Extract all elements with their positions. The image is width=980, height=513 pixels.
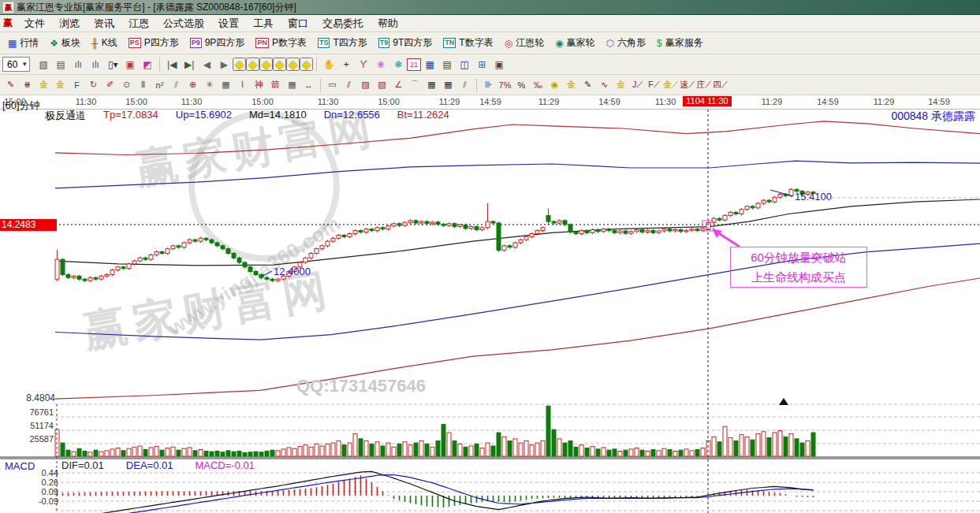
nav-last-icon[interactable]: ▶| xyxy=(181,57,198,72)
print-icon[interactable]: ▣ xyxy=(490,57,508,72)
toolbar-p-number-table-button[interactable]: PNP数字表 xyxy=(250,35,312,51)
j-line-tool[interactable]: J⟋ xyxy=(629,77,646,92)
toolbar-gann-wheel-button[interactable]: ◎江恩轮 xyxy=(499,35,550,51)
toolbar-t9-square-button[interactable]: T99T四方形 xyxy=(373,35,438,51)
gold-line2-tool[interactable]: 金 xyxy=(613,77,629,92)
buy-point-annotation[interactable]: 60分钟放量突破站 上生命线构成买点 xyxy=(730,247,867,288)
toolbar-hexagon-button[interactable]: ⬡六角形 xyxy=(601,35,651,51)
nav-next-icon[interactable]: ▶ xyxy=(215,57,233,72)
grid-box-tool[interactable]: ▦ xyxy=(218,77,234,92)
menu-item-window[interactable]: 窗口 xyxy=(281,17,315,31)
save-icon[interactable]: ◫ xyxy=(456,57,473,72)
pen-tool[interactable]: ✎ xyxy=(2,77,19,92)
toolbar-market-quotes-button[interactable]: ▦行情 xyxy=(2,35,44,51)
nav-prev-icon[interactable]: ◀ xyxy=(198,57,215,72)
menu-item-help[interactable]: 帮助 xyxy=(371,17,405,31)
mode-d-icon[interactable]: ılı xyxy=(87,57,104,72)
toolbar-p9-square-button[interactable]: P99P四方形 xyxy=(184,35,251,51)
f-line-tool[interactable]: F⟋ xyxy=(646,77,662,92)
menu-item-settings[interactable]: 设置 xyxy=(211,17,246,31)
shape-cyan-icon[interactable]: ❃ xyxy=(389,57,407,72)
titlebar[interactable]: 赢 赢家江恩专业版[赢家服务平台] - [承德露露 SZ000848-167[6… xyxy=(0,0,980,15)
grid-123-tool[interactable]: ▦ xyxy=(284,77,300,92)
slash-tool[interactable]: ⫽ xyxy=(456,77,473,92)
shape-pink-icon[interactable]: ❀ xyxy=(372,57,389,72)
menu-item-tools[interactable]: 工具 xyxy=(246,17,281,31)
mode-b-icon[interactable]: ▤ xyxy=(52,57,69,72)
condition-icon[interactable]: ▣ xyxy=(121,57,139,72)
brush-tool[interactable]: ✐ xyxy=(102,77,118,92)
report-icon[interactable]: ▤ xyxy=(438,57,456,72)
si-line-tool[interactable]: 四⟋ xyxy=(712,77,728,92)
crosshair-icon[interactable]: ＋ xyxy=(337,57,355,72)
chart-canvas[interactable]: 赢家财富网 www.yingjia360.com 赢家财富网 15:0011:3… xyxy=(0,95,980,513)
menu-item-news[interactable]: 资讯 xyxy=(87,17,121,31)
gann-diamond-3-icon[interactable]: ◆ xyxy=(259,58,273,71)
drag-hand-icon[interactable]: ✋ xyxy=(320,57,337,72)
toolbar-kline-button[interactable]: ╫K线 xyxy=(86,35,123,51)
fan-tool[interactable]: ⫽ xyxy=(341,77,357,92)
shen-tool[interactable]: 神 xyxy=(251,77,267,92)
dense-grid-tool[interactable]: ⫴ xyxy=(135,77,151,92)
time-cycle-tool[interactable]: ⊙ xyxy=(118,77,135,92)
menu-item-formula-stock-pick[interactable]: 公式选股 xyxy=(156,17,211,31)
interval-select[interactable]: 60▼ xyxy=(2,57,30,72)
pen2-tool[interactable]: ✎ xyxy=(579,77,596,92)
mode-c-icon[interactable]: ılı xyxy=(69,57,87,72)
menu-item-browse[interactable]: 浏览 xyxy=(52,17,87,31)
toolbar-t-square-button[interactable]: TST四方形 xyxy=(312,35,373,51)
gold-angle-tool[interactable]: 金⟋ xyxy=(662,77,679,92)
toolbar-p-square-button[interactable]: PSP四方形 xyxy=(123,35,184,51)
menu-item-file[interactable]: 文件 xyxy=(17,17,52,31)
angle-lines-tool[interactable]: ⫽ xyxy=(168,77,184,92)
rect-tool[interactable]: ▭ xyxy=(324,77,341,92)
gold-line-tool[interactable]: 金 xyxy=(563,77,579,92)
toolbar-winner-wheel-button[interactable]: ◉赢家轮 xyxy=(550,35,600,51)
jian-tool[interactable]: 箭 xyxy=(267,77,284,92)
toolbar-t-number-table-button[interactable]: TNT数字表 xyxy=(438,35,498,51)
wave-tool[interactable]: ⌇ xyxy=(234,77,251,92)
measure-icon[interactable]: ϒ xyxy=(355,57,372,72)
gann-diamond-1-icon[interactable]: ◆ xyxy=(233,58,246,71)
menu-item-gann[interactable]: 江恩 xyxy=(121,17,156,31)
width-tool[interactable]: ↔ xyxy=(300,77,317,92)
menu-item-trade-entrust[interactable]: 交易委托 xyxy=(315,17,371,31)
gann-diamond-5-icon[interactable]: ◆ xyxy=(286,58,300,71)
gann-wheel-tool[interactable]: ✳ xyxy=(201,77,218,92)
nav-first-icon[interactable]: |◀ xyxy=(163,57,181,72)
export-icon[interactable]: ⊞ xyxy=(473,57,490,72)
gold-circle-tool[interactable]: ◉ xyxy=(546,77,563,92)
color-kline-icon[interactable]: ◩ xyxy=(139,57,156,72)
gold-grid-tool[interactable]: 金 xyxy=(35,77,52,92)
scale-tool[interactable]: ⊪ xyxy=(480,77,497,92)
candle-style-icon[interactable]: ▯▾ xyxy=(104,57,121,72)
gann-diamond-4-icon[interactable]: ◆ xyxy=(273,58,286,71)
circle-cross-tool[interactable]: ⊕ xyxy=(184,77,201,92)
wave-a-tool[interactable]: ∿ xyxy=(596,77,613,92)
fib-tool[interactable]: F xyxy=(69,77,85,92)
zhuang-line-tool[interactable]: 庄⟋ xyxy=(695,77,712,92)
gann-diamond-6-icon[interactable]: ◆ xyxy=(300,58,313,71)
toolbar-winner-service-button[interactable]: $赢家服务 xyxy=(651,35,709,51)
big-grid-tool[interactable]: ▦ xyxy=(423,77,440,92)
arc-tool[interactable]: ⌒ xyxy=(407,77,423,92)
percent-tool[interactable]: % xyxy=(513,77,530,92)
toolbar-sectors-button[interactable]: ❖板块 xyxy=(44,35,86,51)
pattern-box2-tool[interactable]: ▧ xyxy=(374,77,390,92)
n2-tool[interactable]: n² xyxy=(151,77,168,92)
pattern-box-tool[interactable]: ▨ xyxy=(357,77,374,92)
chart-plot[interactable] xyxy=(0,95,980,513)
percent-line-tool[interactable]: ‰ xyxy=(530,77,546,92)
speed-line-tool[interactable]: 速⟋ xyxy=(679,77,695,92)
calendar-icon[interactable]: 21 xyxy=(407,58,421,71)
gold-grid2-tool[interactable]: 金 xyxy=(52,77,69,92)
percent7-tool[interactable]: 7% xyxy=(497,77,513,92)
grid-lines-tool[interactable]: ⧻ xyxy=(19,77,35,92)
mode-a-icon[interactable]: ▧ xyxy=(35,57,52,72)
big-grid2-tool[interactable]: ▦ xyxy=(440,77,456,92)
calculator-icon[interactable]: ▦ xyxy=(421,57,438,72)
volume-bar xyxy=(287,448,291,456)
angle-tool[interactable]: ∠ xyxy=(390,77,407,92)
gann-diamond-2-icon[interactable]: ◆ xyxy=(246,58,259,71)
spiral-tool[interactable]: ↻ xyxy=(85,77,102,92)
